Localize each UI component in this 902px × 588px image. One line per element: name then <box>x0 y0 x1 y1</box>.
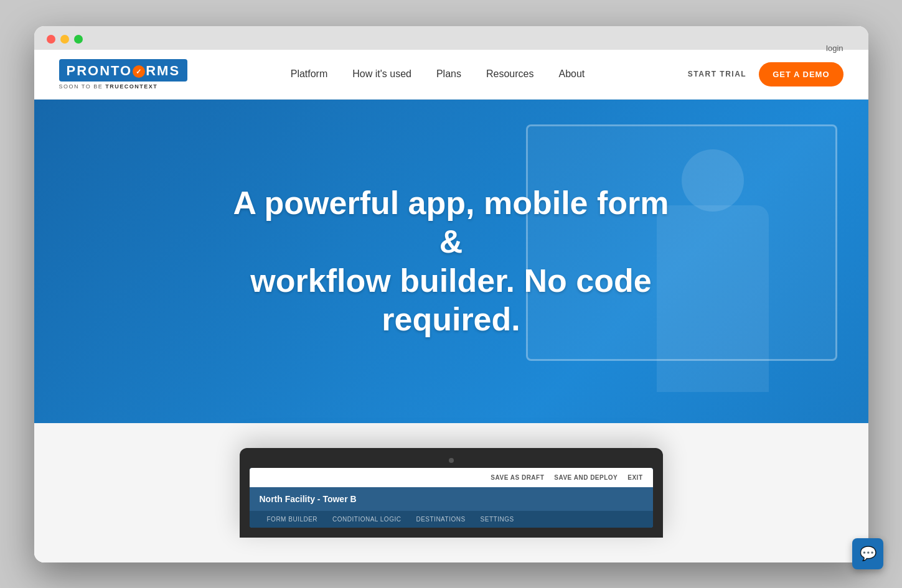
truecontext-label: TRUECONTEXT <box>105 83 157 90</box>
start-trial-button[interactable]: START TRIAL <box>688 70 746 78</box>
tab-conditional-logic[interactable]: CONDITIONAL LOGIC <box>325 511 408 528</box>
hero-content: A powerful app, mobile form & workflow b… <box>202 184 700 339</box>
get-demo-button[interactable]: GET A DEMO <box>759 62 843 86</box>
nav-item-how-its-used[interactable]: How it's used <box>352 68 411 80</box>
logo-subtitle: SOON TO BE TRUECONTEXT <box>59 83 188 90</box>
nav-item-about[interactable]: About <box>558 68 585 80</box>
below-fold-section: SAVE AS DRAFT SAVE AND DEPLOY EXIT North… <box>34 423 868 562</box>
exit-button[interactable]: EXIT <box>627 474 642 481</box>
nav-right: START TRIAL GET A DEMO <box>688 62 843 86</box>
hero-headline: A powerful app, mobile form & workflow b… <box>227 184 675 339</box>
logo-area: PRONTORMS SOON TO BE TRUECONTEXT <box>59 59 188 90</box>
login-link[interactable]: login <box>826 44 843 53</box>
minimize-button[interactable] <box>60 35 69 44</box>
tab-settings[interactable]: SETTINGS <box>473 511 522 528</box>
logo-pronto: PRONTO <box>67 63 133 78</box>
hero-headline-line2: workflow builder. No code required. <box>250 263 651 337</box>
nav-link-plans[interactable]: Plans <box>436 68 461 79</box>
logo-brand: PRONTORMS <box>67 63 181 79</box>
nav-item-plans[interactable]: Plans <box>436 68 461 80</box>
nav-link-platform[interactable]: Platform <box>291 68 328 79</box>
device-tabs: FORM BUILDER CONDITIONAL LOGIC DESTINATI… <box>250 511 653 528</box>
save-draft-button[interactable]: SAVE AS DRAFT <box>491 474 544 481</box>
chat-bubble[interactable]: 💬 <box>852 538 883 569</box>
hero-section: A powerful app, mobile form & workflow b… <box>34 100 868 423</box>
browser-window: login PRONTORMS SOON TO BE TRUECONTEXT P… <box>34 26 868 562</box>
save-deploy-button[interactable]: SAVE AND DEPLOY <box>554 474 618 481</box>
logo-rms: RMS <box>146 63 180 78</box>
device-title-bar: North Facility - Tower B <box>250 487 653 511</box>
device-title: North Facility - Tower B <box>260 494 357 504</box>
browser-chrome <box>34 26 868 50</box>
device-mockup: SAVE AS DRAFT SAVE AND DEPLOY EXIT North… <box>240 448 663 538</box>
close-button[interactable] <box>47 35 55 44</box>
browser-content: login PRONTORMS SOON TO BE TRUECONTEXT P… <box>34 50 868 562</box>
nav-item-resources[interactable]: Resources <box>486 68 533 80</box>
device-screen: SAVE AS DRAFT SAVE AND DEPLOY EXIT North… <box>250 468 653 528</box>
maximize-button[interactable] <box>74 35 83 44</box>
chat-icon: 💬 <box>860 546 876 562</box>
nav-link-how-its-used[interactable]: How it's used <box>352 68 411 79</box>
logo-o-icon <box>133 65 145 78</box>
tab-destinations[interactable]: DESTINATIONS <box>408 511 472 528</box>
nav-item-platform[interactable]: Platform <box>291 68 328 80</box>
logo-container[interactable]: PRONTORMS <box>59 59 188 82</box>
device-toolbar: SAVE AS DRAFT SAVE AND DEPLOY EXIT <box>250 468 653 487</box>
navbar: login PRONTORMS SOON TO BE TRUECONTEXT P… <box>34 50 868 100</box>
nav-link-resources[interactable]: Resources <box>486 68 533 79</box>
hero-headline-line1: A powerful app, mobile form & <box>233 185 669 259</box>
tab-form-builder[interactable]: FORM BUILDER <box>260 511 326 528</box>
nav-link-about[interactable]: About <box>558 68 585 79</box>
nav-links: Platform How it's used Plans Resources A… <box>291 68 585 80</box>
device-camera <box>449 458 454 463</box>
